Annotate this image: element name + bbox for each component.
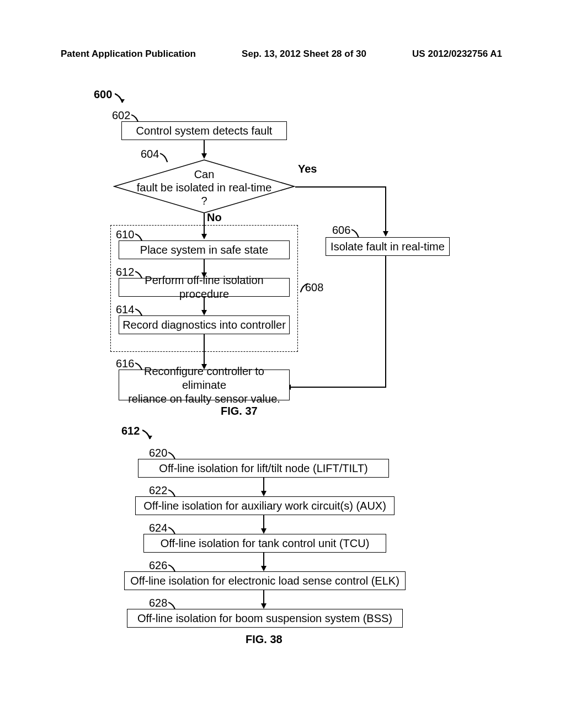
box-602-text: Control system detects fault [136, 124, 273, 138]
flow-box-620: Off-line isolation for lift/tilt node (L… [138, 459, 389, 478]
no-label: No [207, 211, 222, 224]
ref-610: 610 [116, 228, 134, 241]
arrow-606-616-v [385, 256, 386, 388]
flow-box-628: Off-line isolation for boom suspension s… [127, 609, 403, 628]
ref-602: 602 [112, 109, 130, 122]
flow-box-610: Place system in safe state [119, 240, 290, 259]
ref-614: 614 [116, 303, 134, 316]
ref-626: 626 [149, 559, 167, 572]
box-628-text: Off-line isolation for boom suspension s… [137, 612, 392, 625]
arrow-yes-h [295, 186, 386, 188]
flow-box-626: Off-line isolation for electronic load s… [124, 571, 406, 590]
ref-608: 608 [305, 281, 323, 294]
arrow-620-622 [263, 478, 264, 492]
arrowhead-620-622 [261, 491, 266, 496]
hook-600 [115, 93, 126, 104]
arrow-612-614 [204, 297, 205, 311]
arrow-614-616 [204, 334, 205, 365]
box-620-text: Off-line isolation for lift/tilt node (L… [159, 462, 367, 475]
svg-marker-0 [120, 99, 125, 103]
ref-612-fig38: 612 [121, 425, 140, 437]
flow-box-622: Off-line isolation for auxiliary work ci… [135, 496, 395, 515]
header-left: Patent Application Publication [61, 49, 196, 60]
box-626-text: Off-line isolation for electronic load s… [130, 574, 399, 588]
fig37-label: FIG. 37 [221, 405, 258, 417]
ref-622: 622 [149, 484, 167, 497]
yes-label: Yes [298, 163, 317, 175]
ref-600: 600 [94, 88, 112, 101]
hook-612-fig38 [142, 429, 153, 440]
arrow-624-626 [263, 553, 264, 567]
box-616-text: Reconfigure controller to eliminate reli… [122, 365, 286, 406]
ref-624: 624 [149, 522, 167, 534]
ref-606: 606 [332, 224, 350, 237]
arrow-622-624 [263, 515, 264, 529]
flow-box-606: Isolate fault in real-time [326, 237, 450, 256]
arrow-610-612 [204, 259, 205, 274]
arrowhead-624-626 [261, 566, 266, 571]
hook-608 [297, 282, 308, 293]
arrowhead-602-604 [201, 153, 207, 159]
fig38-label: FIG. 38 [246, 633, 282, 646]
arrow-626-628 [263, 590, 264, 604]
arrow-yes-v [385, 186, 386, 232]
content-area: 600 602 Control system detects fault 604… [55, 83, 510, 700]
flow-box-624: Off-line isolation for tank control unit… [143, 534, 386, 553]
page-header: Patent Application Publication Sep. 13, … [61, 49, 502, 60]
box-610-text: Place system in safe state [140, 243, 268, 257]
box-622-text: Off-line isolation for auxiliary work ci… [143, 499, 386, 513]
decision-604-text: Can fault be isolated in real-time ? [113, 168, 295, 207]
arrow-602-604 [204, 140, 205, 154]
arrow-606-616-h [290, 387, 386, 388]
arrowhead-622-624 [261, 528, 266, 534]
flow-box-616: Reconfigure controller to eliminate reli… [119, 370, 290, 400]
header-right: US 2012/0232756 A1 [412, 49, 502, 60]
arrowhead-612-614 [201, 310, 207, 315]
box-624-text: Off-line isolation for tank control unit… [161, 537, 370, 550]
header-mid: Sep. 13, 2012 Sheet 28 of 30 [242, 49, 366, 60]
decision-604: Can fault be isolated in real-time ? [113, 159, 295, 214]
flow-box-602: Control system detects fault [121, 121, 287, 140]
box-606-text: Isolate fault in real-time [331, 240, 445, 254]
ref-628: 628 [149, 597, 167, 609]
box-614-text: Record diagnostics into controller [122, 318, 286, 332]
flow-box-614: Record diagnostics into controller [119, 315, 290, 334]
arrowhead-yes [383, 231, 388, 237]
ref-620: 620 [149, 447, 167, 459]
arrowhead-626-628 [261, 603, 266, 609]
svg-marker-2 [148, 436, 152, 439]
flow-box-612: Perform off-line isolation procedure [119, 278, 290, 297]
